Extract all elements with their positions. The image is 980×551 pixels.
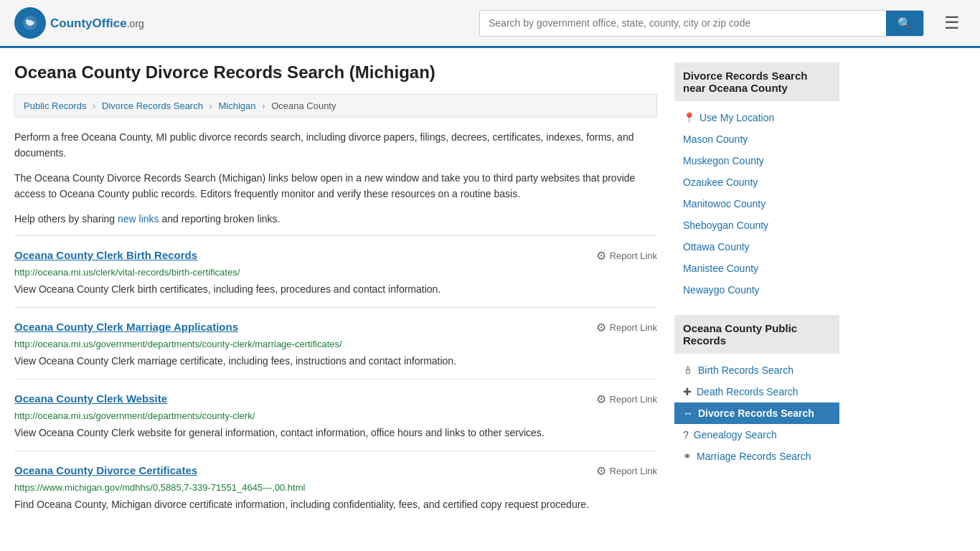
breadcrumb: Public Records › Divorce Records Search … <box>14 94 657 118</box>
description-para3: Help others by sharing new links and rep… <box>14 211 657 227</box>
location-icon: 📍 <box>683 112 695 123</box>
listing-item: Oceana County Clerk Marriage Application… <box>14 307 657 379</box>
death-records-link[interactable]: Death Records Search <box>697 386 798 397</box>
listing-url[interactable]: http://oceana.mi.us/government/departmen… <box>14 339 657 349</box>
sidebar-county-ozaukee[interactable]: Ozaukee County <box>674 171 839 193</box>
listing-desc: Find Oceana County, Michigan divorce cer… <box>14 497 657 512</box>
sidebar: Divorce Records Search near Oceana Count… <box>674 62 839 522</box>
breadcrumb-link-public-records[interactable]: Public Records <box>24 100 86 111</box>
search-bar: 🔍 <box>479 10 924 37</box>
use-location-link[interactable]: Use My Location <box>699 112 774 123</box>
breadcrumb-link-michigan[interactable]: Michigan <box>219 100 256 111</box>
sidebar-county-manistee[interactable]: Manistee County <box>674 258 839 279</box>
sidebar-public-records-section: Oceana County Public Records 🕯 Birth Rec… <box>674 315 839 467</box>
sidebar-public-records-header: Oceana County Public Records <box>674 315 839 354</box>
rings-icon: ⚭ <box>683 451 692 462</box>
logo-text: CountyOffice.org <box>50 16 144 31</box>
sidebar-item-death-records[interactable]: ✚ Death Records Search <box>674 381 839 402</box>
report-link[interactable]: ⚙ Report Link <box>596 249 657 263</box>
sidebar-nearby-header: Divorce Records Search near Oceana Count… <box>674 62 839 101</box>
search-icon: 🔍 <box>897 17 912 29</box>
breadcrumb-link-divorce-records[interactable]: Divorce Records Search <box>102 100 203 111</box>
listing-item: Oceana County Divorce Certificates ⚙ Rep… <box>14 451 657 522</box>
report-link[interactable]: ⚙ Report Link <box>596 321 657 334</box>
candle-icon: 🕯 <box>683 364 693 376</box>
new-links-link[interactable]: new links <box>118 213 159 225</box>
sidebar-county-muskegon[interactable]: Muskegon County <box>674 150 839 171</box>
divorce-records-link[interactable]: Divorce Records Search <box>698 408 814 419</box>
report-icon: ⚙ <box>596 392 606 406</box>
sidebar-county-newaygo[interactable]: Newaygo County <box>674 279 839 301</box>
arrows-icon: ↔ <box>683 408 693 419</box>
report-link[interactable]: ⚙ Report Link <box>596 464 657 478</box>
report-icon: ⚙ <box>596 464 606 478</box>
description-para1: Perform a free Oceana County, MI public … <box>14 129 657 161</box>
report-link[interactable]: ⚙ Report Link <box>596 392 657 406</box>
sidebar-item-marriage-records[interactable]: ⚭ Marriage Records Search <box>674 446 839 467</box>
listing-desc: View Oceana County Clerk website for gen… <box>14 425 657 441</box>
search-input[interactable] <box>480 11 886 36</box>
menu-button[interactable]: ☰ <box>938 10 966 36</box>
sidebar-county-manitowoc[interactable]: Manitowoc County <box>674 193 839 215</box>
listing-title[interactable]: Oceana County Clerk Birth Records <box>14 249 197 261</box>
marriage-records-link[interactable]: Marriage Records Search <box>697 451 811 462</box>
listing-title[interactable]: Oceana County Clerk Website <box>14 392 167 405</box>
listing-title[interactable]: Oceana County Divorce Certificates <box>14 464 197 476</box>
svg-point-2 <box>26 19 29 22</box>
description-para2: The Oceana County Divorce Records Search… <box>14 170 657 202</box>
listing-item: Oceana County Clerk Birth Records ⚙ Repo… <box>14 235 657 307</box>
sidebar-county-ottawa[interactable]: Ottawa County <box>674 236 839 258</box>
cross-icon: ✚ <box>683 386 692 397</box>
report-icon: ⚙ <box>596 249 606 263</box>
birth-records-link[interactable]: Birth Records Search <box>698 364 793 376</box>
listing-url[interactable]: http://oceana.mi.us/government/departmen… <box>14 410 657 421</box>
genealogy-link[interactable]: Genealogy Search <box>694 429 777 441</box>
sidebar-nearby-section: Divorce Records Search near Oceana Count… <box>674 62 839 301</box>
listing-desc: View Oceana County Clerk birth certifica… <box>14 282 657 297</box>
search-button[interactable]: 🔍 <box>886 11 923 36</box>
sidebar-county-mason[interactable]: Mason County <box>674 128 839 150</box>
breadcrumb-separator: › <box>209 100 212 111</box>
listing-url[interactable]: https://www.michigan.gov/mdhhs/0,5885,7-… <box>14 482 657 493</box>
report-icon: ⚙ <box>596 321 606 334</box>
hamburger-icon: ☰ <box>944 13 960 32</box>
sidebar-item-genealogy[interactable]: ? Genealogy Search <box>674 424 839 446</box>
logo-icon <box>14 7 46 39</box>
breadcrumb-current: Oceana County <box>271 100 336 111</box>
sidebar-county-sheboygan[interactable]: Sheboygan County <box>674 215 839 236</box>
breadcrumb-separator: › <box>262 100 265 111</box>
listing-desc: View Oceana County Clerk marriage certif… <box>14 354 657 369</box>
listing-url[interactable]: http://oceana.mi.us/clerk/vital-records/… <box>14 267 657 278</box>
listing-title[interactable]: Oceana County Clerk Marriage Application… <box>14 321 238 333</box>
page-title: Oceana County Divorce Records Search (Mi… <box>14 62 657 83</box>
logo[interactable]: CountyOffice.org <box>14 7 144 39</box>
question-icon: ? <box>683 429 689 441</box>
listings-container: Oceana County Clerk Birth Records ⚙ Repo… <box>14 235 657 522</box>
sidebar-item-birth-records[interactable]: 🕯 Birth Records Search <box>674 359 839 381</box>
use-location-item[interactable]: 📍 Use My Location <box>674 107 839 128</box>
sidebar-item-divorce-records[interactable]: ↔ Divorce Records Search <box>674 402 839 424</box>
listing-item: Oceana County Clerk Website ⚙ Report Lin… <box>14 379 657 451</box>
breadcrumb-separator: › <box>93 100 95 111</box>
